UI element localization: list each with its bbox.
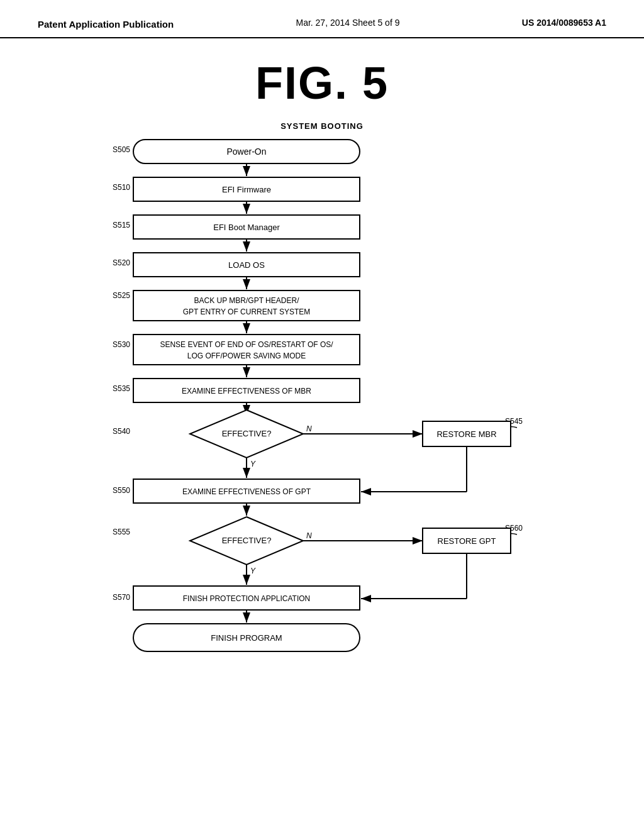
page-header: Patent Application Publication Mar. 27, … [0,0,644,38]
svg-text:Power-On: Power-On [226,147,266,157]
svg-text:FINISH PROGRAM: FINISH PROGRAM [211,633,282,643]
svg-text:S515: S515 [113,221,130,230]
svg-text:N: N [306,531,312,540]
svg-text:BACK UP MBR/GPT HEADER/: BACK UP MBR/GPT HEADER/ [194,296,300,305]
svg-text:Y: Y [250,567,256,575]
svg-text:EFFECTIVE?: EFFECTIVE? [222,536,272,545]
svg-text:LOG OFF/POWER SAVING MODE: LOG OFF/POWER SAVING MODE [187,351,306,360]
svg-text:S570: S570 [113,593,130,602]
flowchart: SYSTEM BOOTING S505 Power-On S510 EFI Fi… [52,121,592,802]
svg-text:EFI Firmware: EFI Firmware [222,185,271,194]
svg-text:FINISH PROTECTION APPLICATION: FINISH PROTECTION APPLICATION [183,594,310,603]
svg-text:S510: S510 [113,183,130,192]
svg-text:RESTORE GPT: RESTORE GPT [438,536,496,546]
svg-text:SENSE EVENT OF END OF OS/RESTA: SENSE EVENT OF END OF OS/RESTART OF OS/ [160,340,333,349]
svg-text:S535: S535 [113,384,130,393]
svg-text:EFI Boot Manager: EFI Boot Manager [213,223,280,232]
patent-number: US 2014/0089653 A1 [522,18,606,28]
publication-label: Patent Application Publication [38,18,174,31]
svg-text:EXAMINE EFFECTIVENESS OF MBR: EXAMINE EFFECTIVENESS OF MBR [182,387,311,396]
svg-text:GPT ENTRY OF CURRENT SYSTEM: GPT ENTRY OF CURRENT SYSTEM [183,307,310,316]
svg-text:S550: S550 [113,486,130,495]
svg-text:S540: S540 [113,427,130,436]
svg-text:N: N [306,424,312,433]
svg-text:RESTORE MBR: RESTORE MBR [436,429,496,439]
svg-text:S520: S520 [113,258,130,267]
svg-text:LOAD OS: LOAD OS [228,260,265,270]
sheet-info: Mar. 27, 2014 Sheet 5 of 9 [296,18,399,28]
figure-title: FIG. 5 [0,57,644,109]
svg-text:Y: Y [250,460,256,468]
svg-text:S525: S525 [113,291,130,300]
svg-text:S555: S555 [113,528,130,536]
system-booting-label: SYSTEM BOOTING [52,121,592,131]
flowchart-diagram: S505 Power-On S510 EFI Firmware S515 EFI… [52,133,592,800]
svg-text:EFFECTIVE?: EFFECTIVE? [222,429,272,438]
svg-text:S530: S530 [113,340,130,349]
svg-text:S505: S505 [113,145,130,154]
svg-text:EXAMINE EFFECTIVENESS OF GPT: EXAMINE EFFECTIVENESS OF GPT [182,487,311,496]
